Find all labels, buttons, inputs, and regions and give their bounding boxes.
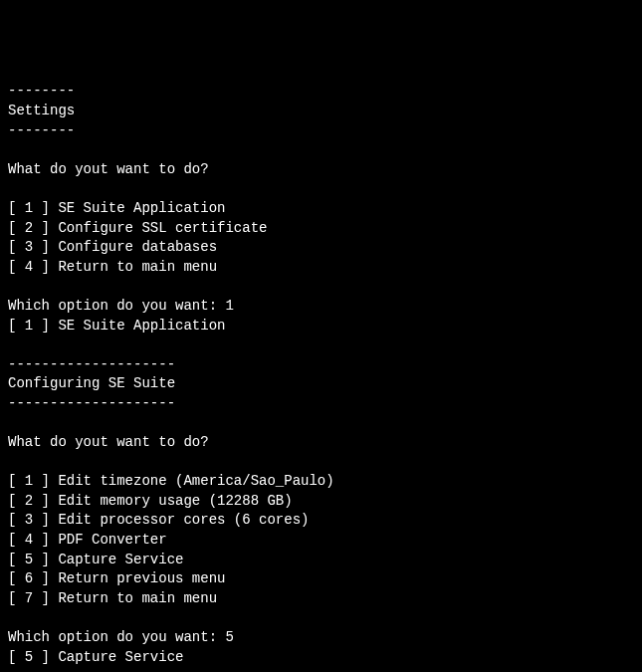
terminal-output: -------- Settings -------- What do yout …	[8, 82, 642, 672]
menu-item-2: [ 2 ] Configure SSL certificate	[8, 220, 267, 236]
divider: --------------------	[8, 356, 175, 372]
divider: --------------------	[8, 395, 175, 411]
config-item-3: [ 3 ] Edit processor cores (6 cores)	[8, 512, 309, 528]
config-item-6: [ 6 ] Return previous menu	[8, 570, 225, 586]
divider: --------	[8, 83, 75, 99]
config-item-1: [ 1 ] Edit timezone (America/Sao_Paulo)	[8, 473, 334, 489]
option-echo: [ 1 ] SE Suite Application	[8, 318, 225, 334]
settings-heading: Settings	[8, 103, 75, 118]
option-prompt: Which option do you want:	[8, 629, 225, 645]
config-item-4: [ 4 ] PDF Converter	[8, 532, 167, 548]
config-item-7: [ 7 ] Return to main menu	[8, 590, 217, 606]
divider: --------	[8, 122, 75, 138]
menu-item-1: [ 1 ] SE Suite Application	[8, 200, 225, 216]
menu-item-4: [ 4 ] Return to main menu	[8, 259, 217, 275]
config-item-2: [ 2 ] Edit memory usage (12288 GB)	[8, 493, 293, 509]
prompt-title: What do yout want to do?	[8, 161, 209, 177]
option-input[interactable]: 5	[225, 629, 233, 645]
option-prompt: Which option do you want:	[8, 298, 225, 314]
option-input[interactable]: 1	[225, 298, 233, 314]
config-item-5: [ 5 ] Capture Service	[8, 552, 183, 567]
menu-item-3: [ 3 ] Configure databases	[8, 239, 217, 255]
config-heading: Configuring SE Suite	[8, 375, 175, 391]
prompt-title: What do yout want to do?	[8, 434, 209, 450]
option-echo: [ 5 ] Capture Service	[8, 649, 183, 665]
